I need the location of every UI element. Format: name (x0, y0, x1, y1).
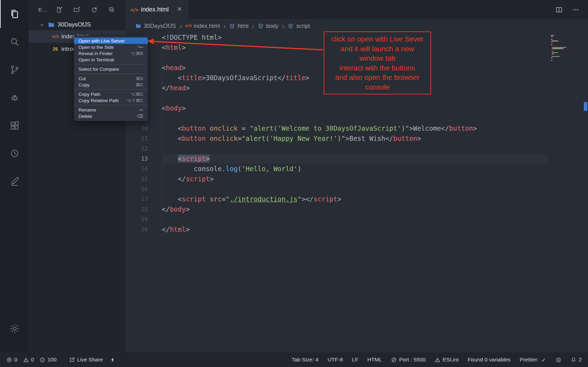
code-line-20[interactable]: 20</html> (126, 224, 588, 235)
minimap[interactable] (551, 35, 582, 61)
chevron-right-icon: › (180, 22, 182, 29)
status-eslint[interactable]: ESLint (435, 357, 459, 363)
tab-close-button[interactable]: × (176, 6, 183, 13)
menu-separator (74, 64, 148, 64)
debug-icon (9, 92, 20, 103)
code-line-9[interactable]: 9 (126, 113, 588, 123)
menu-shortcut: ⌥⌘R (130, 51, 143, 56)
ellipsis-icon (572, 6, 580, 14)
code-line-18[interactable]: 18</body> (126, 204, 588, 214)
split-editor-button[interactable] (555, 6, 563, 14)
breadcrumb-index-html[interactable]: </>index.html (185, 23, 220, 29)
breadcrumb-script[interactable]: script (288, 23, 310, 29)
status-info[interactable]: 100 (39, 357, 56, 363)
breadcrumb-html[interactable]: html (229, 23, 248, 29)
menu-item-select-for-compare[interactable]: Select for Compare (74, 66, 148, 72)
new-folder-button[interactable] (73, 6, 80, 13)
status-variables[interactable]: Found 0 variables (468, 357, 511, 363)
menu-item-copy-path[interactable]: Copy Path⌥⌘C (74, 91, 148, 97)
history-icon (9, 148, 20, 159)
line-number: 19 (126, 214, 148, 224)
menu-item-open-in-terminal[interactable]: Open in Terminal (74, 56, 148, 63)
activity-source-control[interactable] (0, 56, 29, 84)
status-live-share[interactable]: Live Share (69, 357, 103, 363)
activity-explorer[interactable] (0, 0, 29, 28)
menu-item-delete[interactable]: Delete⌫ (74, 113, 148, 119)
refresh-button[interactable] (91, 6, 98, 13)
more-actions-button[interactable] (572, 6, 580, 14)
code-line-16[interactable]: 16 (126, 184, 588, 194)
sidebar-title: EXPLORER (38, 7, 50, 13)
menu-item-cut[interactable]: Cut⌘X (74, 75, 148, 82)
status-port[interactable]: Port : 5500 (391, 357, 425, 363)
menu-item-reveal-in-finder[interactable]: Reveal in Finder⌥⌘R (74, 50, 148, 56)
source-control-icon (9, 64, 20, 75)
smiley-icon (556, 357, 561, 363)
activity-settings[interactable] (0, 315, 29, 343)
activity-run-debug[interactable] (0, 84, 29, 112)
html-file-icon: </> (185, 23, 191, 29)
status-tab-size[interactable]: Tab Size: 4 (292, 357, 318, 363)
activity-feedback[interactable] (0, 167, 29, 195)
activity-extensions[interactable] (0, 112, 29, 139)
bell-icon (571, 357, 576, 363)
status-errors[interactable]: 0 (6, 357, 17, 363)
menu-shortcut: ^↩ (137, 45, 143, 50)
status-bar: 00100Live Share Tab Size: 4UTF-8LFHTMLPo… (0, 352, 588, 367)
code-line-15[interactable]: 15 </script> (126, 174, 588, 184)
status-encoding[interactable]: UTF-8 (327, 357, 343, 363)
status-notifications[interactable]: 2 (571, 357, 582, 363)
status-zap[interactable] (110, 357, 116, 363)
code-line-19[interactable]: 19 (126, 214, 588, 224)
menu-item-rename[interactable]: Rename↩ (74, 107, 148, 113)
menu-item-copy-relative-path[interactable]: Copy Relative Path⌥⇧⌘C (74, 97, 148, 104)
code-line-13[interactable]: 13 <script> (126, 154, 588, 164)
code-line-17[interactable]: 17 <script src="./introduction.js"></scr… (126, 194, 588, 204)
status-eol[interactable]: LF (352, 357, 358, 363)
folder-icon (48, 21, 55, 28)
menu-item-open-with-live-server[interactable]: Open with Live Server (74, 38, 148, 44)
activity-search[interactable] (0, 28, 29, 56)
status-warnings[interactable]: 0 (23, 357, 34, 363)
tree-folder-30daysofjs[interactable]: 30DaysOfJS (29, 19, 126, 30)
gear-icon (9, 323, 20, 334)
menu-item-open-to-the-side[interactable]: Open to the Side^↩ (74, 44, 148, 50)
tab-index-html[interactable]: </> index.html × (126, 0, 188, 19)
refresh-icon (91, 6, 98, 13)
sidebar-header: EXPLORER (29, 0, 126, 19)
code-line-8[interactable]: 8<body> (126, 103, 588, 113)
menu-separator (74, 105, 148, 105)
check-icon: ✓ (541, 357, 546, 363)
menu-item-copy[interactable]: Copy⌘C (74, 82, 148, 88)
status-prettier[interactable]: Prettier:✓ (520, 357, 546, 363)
tab-bar: </> index.html × (126, 0, 588, 19)
code-line-11[interactable]: 11 <button onclick="alert('Happy New Yea… (126, 133, 588, 144)
code-line-12[interactable]: 12 (126, 144, 588, 154)
breadcrumb-30daysofjs[interactable]: 30DaysOfJS (135, 23, 176, 29)
error-icon (6, 357, 12, 363)
menu-separator (74, 74, 148, 74)
breadcrumb-body[interactable]: body (258, 23, 279, 29)
menu-shortcut: ⌘X (136, 76, 143, 81)
context-menu: Open with Live ServerOpen to the Side^↩R… (74, 36, 148, 121)
info-icon (39, 357, 45, 363)
activity-history[interactable] (0, 139, 29, 167)
chevron-right-icon: › (252, 22, 254, 29)
folder-label: 30DaysOfJS (58, 21, 91, 28)
status-language[interactable]: HTML (367, 357, 382, 363)
new-file-button[interactable] (56, 6, 63, 13)
line-number: 11 (126, 133, 148, 144)
code-line-14[interactable]: 14 console.log('Hello, World') (126, 164, 588, 174)
code-line-7[interactable]: 7 (126, 93, 588, 103)
status-feedback-smiley[interactable] (556, 357, 561, 363)
tab-label: index.html (141, 6, 169, 13)
status-left: 00100Live Share (6, 357, 116, 363)
menu-separator (74, 89, 148, 90)
collapse-all-button[interactable] (108, 6, 115, 13)
collapse-all-icon (108, 6, 115, 13)
code-line-10[interactable]: 10 <button onclick = "alert('Welcome to … (126, 123, 588, 133)
sidebar-actions (56, 6, 115, 13)
menu-shortcut: ↩ (140, 107, 143, 113)
warning-icon (435, 357, 440, 363)
line-number: 20 (126, 224, 148, 235)
